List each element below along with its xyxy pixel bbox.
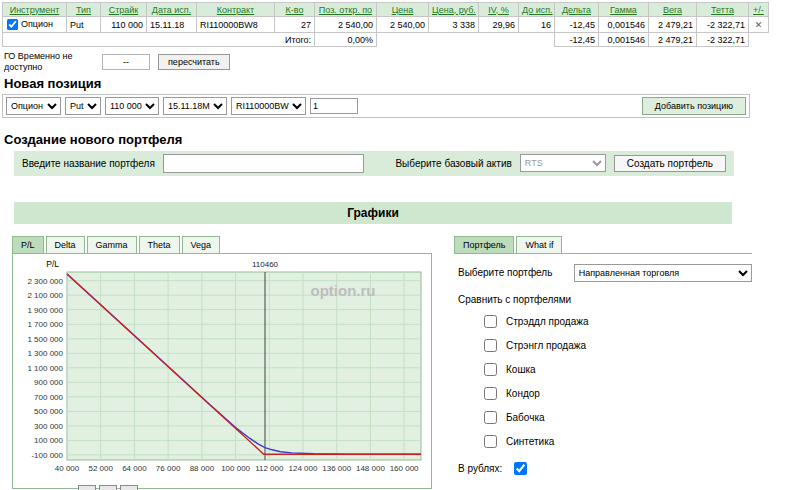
compare-option-label: Кошка [506,364,536,375]
tab-what-if[interactable]: What if [516,236,562,253]
select-portfolio-label: Выберите портфель [458,267,566,278]
rubles-checkbox[interactable] [514,462,527,475]
svg-text:40 000: 40 000 [55,464,80,473]
exp-date-cell: 15.11.18 [147,17,197,33]
column-header[interactable]: IV, % [479,3,519,17]
tab-theta[interactable]: Theta [139,236,180,253]
portfolio-name-label: Введите название портфеля [22,158,155,169]
strike-cell: 110 000 [101,17,147,33]
svg-text:110460: 110460 [252,260,279,269]
svg-text:1 100 000: 1 100 000 [27,363,63,372]
base-asset-label: Выберите базовый актив [395,158,511,169]
np-type-select[interactable]: Put [65,97,101,115]
column-header[interactable]: Вега [649,3,697,17]
svg-text:100 000: 100 000 [34,436,63,445]
chart-zoom-controls [78,485,138,490]
position-checkbox[interactable] [7,19,18,30]
recalculate-button[interactable]: пересчитать [158,54,230,70]
go-section: ГО Временно не доступно -- пересчитать [4,51,800,73]
add-position-button[interactable]: Добавить позицию [642,97,746,115]
np-contract-select[interactable]: RI110000BW [231,97,306,115]
column-header[interactable]: +/- [749,3,769,17]
svg-text:52 000: 52 000 [88,464,113,473]
column-header[interactable]: Поз. откр. по [315,3,377,17]
column-header[interactable]: Контракт [197,3,275,17]
column-header[interactable]: Гамма [599,3,649,17]
column-header[interactable]: Дельта [555,3,599,17]
qty-cell: 27 [275,17,315,33]
column-header[interactable]: Тетта [697,3,749,17]
compare-option-label: Кондор [506,388,540,399]
np-date-select[interactable]: 15.11.18M [163,97,227,115]
delta-cell: -12,45 [555,17,599,33]
svg-text:700 000: 700 000 [34,392,63,401]
tab-p-l[interactable]: P/L [12,236,44,253]
svg-text:136 000: 136 000 [322,464,351,473]
column-header[interactable]: Дата исп. [147,3,197,17]
column-header[interactable]: Цена [377,3,429,17]
svg-text:76 000: 76 000 [156,464,181,473]
svg-text:1 300 000: 1 300 000 [27,349,63,358]
column-header[interactable]: Цена, руб. [429,3,479,17]
np-instrument-select[interactable]: Опцион [6,97,61,115]
compare-label: Сравнить с портфелями [458,294,752,305]
svg-text:2 100 000: 2 100 000 [27,291,63,300]
rubles-label: В рублях: [458,463,502,474]
column-header[interactable]: До исп. [519,3,555,17]
days-cell: 16 [519,17,555,33]
base-asset-select[interactable]: RTS [520,154,606,172]
instrument-cell: Опцион [3,17,67,33]
svg-text:112 000: 112 000 [255,464,284,473]
theta-cell: -2 322,71 [697,17,749,33]
create-portfolio-button[interactable]: Создать портфель [614,155,726,172]
new-position-title: Новая позиция [4,76,800,91]
type-cell: Put [67,17,101,33]
column-header[interactable]: Инструмент [3,3,67,17]
compare-checkbox[interactable] [484,363,497,376]
column-header[interactable]: К-во [275,3,315,17]
portfolio-creation-bar: Введите название портфеля Выберите базов… [14,151,734,176]
np-strike-select[interactable]: 110 000 [105,97,159,115]
position-row: Опцион Put 110 000 15.11.18 RI110000BW8 … [3,17,769,33]
np-qty-input[interactable] [310,98,358,114]
chart-zoom-button[interactable] [78,485,96,490]
compare-checkbox[interactable] [484,387,497,400]
totals-delta: -12,45 [555,33,599,47]
totals-vega: 2 479,21 [649,33,697,47]
charts-section-header: Графики [14,202,732,224]
remove-position-icon[interactable]: ✕ [755,20,763,30]
chart-watermark: option.ru [311,282,376,299]
svg-text:100 000: 100 000 [221,464,250,473]
svg-text:1 500 000: 1 500 000 [27,334,63,343]
price-cell: 2 540,00 [377,17,429,33]
column-header[interactable]: Страйк [101,3,147,17]
totals-gamma: 0,001546 [599,33,649,47]
svg-text:-100 000: -100 000 [31,450,63,459]
portfolio-tabs: ПортфельWhat if [454,236,752,253]
compare-checkbox[interactable] [484,411,497,424]
compare-list: Стрэддл продажаСтрэнгл продажаКошкаКондо… [458,315,752,448]
compare-checkbox[interactable] [484,435,497,448]
totals-theta: -2 322,71 [697,33,749,47]
column-header[interactable]: Тип [67,3,101,17]
tab-delta[interactable]: Delta [46,236,85,253]
pl-chart-svg: 40 00052 00064 00076 00088 000100 000112… [13,254,429,486]
chart-zoom-button[interactable] [99,485,117,490]
tab-vega[interactable]: Vega [182,236,221,253]
svg-text:124 000: 124 000 [289,464,318,473]
tab-портфель[interactable]: Портфель [454,236,514,253]
portfolio-select[interactable]: Направленная торговля [574,264,752,282]
chart-zoom-button[interactable] [120,485,138,490]
vega-cell: 2 479,21 [649,17,697,33]
new-position-strip: Опцион Put 110 000 15.11.18M RI110000BW … [2,94,750,118]
svg-text:160 000: 160 000 [390,464,419,473]
compare-option-label: Бабочка [506,412,545,423]
compare-option-label: Стрэнгл продажа [506,340,586,351]
compare-checkbox[interactable] [484,315,497,328]
tab-gamma[interactable]: Gamma [87,236,137,253]
compare-checkbox[interactable] [484,339,497,352]
svg-text:500 000: 500 000 [34,407,63,416]
portfolio-name-input[interactable] [163,154,364,173]
panels: P/LDeltaGammaThetaVega 40 00052 00064 00… [12,236,800,490]
go-value: -- [102,54,150,70]
